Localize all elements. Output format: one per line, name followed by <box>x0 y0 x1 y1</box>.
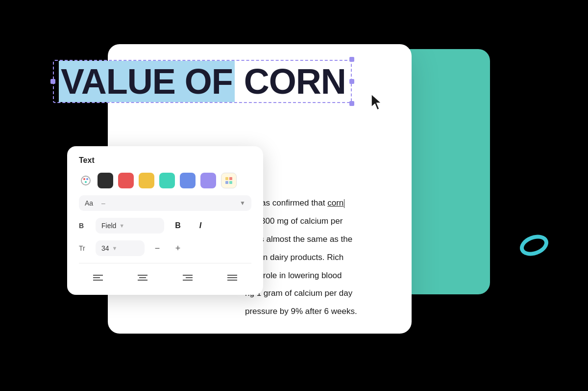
font-label: Aa <box>85 199 97 207</box>
scene: ng has confirmed that corn arly 300 mg o… <box>0 0 588 391</box>
doc-line-5: ay a role in lowering blood <box>245 269 397 283</box>
title-highlighted-text: VALUE OF <box>59 61 235 102</box>
bold-button[interactable]: B <box>169 217 187 235</box>
color-swatch-yellow[interactable] <box>139 173 154 188</box>
size-plus-button[interactable]: + <box>170 240 186 256</box>
resize-handle-top-right[interactable] <box>349 57 354 62</box>
palette-icon <box>79 174 93 187</box>
svg-point-2 <box>83 178 85 180</box>
size-select[interactable]: 34 ▼ <box>96 240 145 256</box>
title-area: VALUE OF CORN <box>59 64 346 99</box>
svg-rect-7 <box>225 181 228 184</box>
font-chevron-icon[interactable]: ▼ <box>240 200 245 207</box>
doc-link-corn[interactable]: corn <box>327 198 343 208</box>
align-row <box>79 268 251 286</box>
size-chevron-icon: ▼ <box>112 245 118 251</box>
align-center-button[interactable] <box>124 270 162 286</box>
color-swatch-more[interactable] <box>221 173 237 188</box>
doc-line-3: ich is almost the same as the <box>245 233 397 247</box>
size-value: 34 <box>101 244 109 252</box>
decorative-ring <box>517 231 551 260</box>
style-row: B Field ▼ B I <box>79 217 251 235</box>
align-right-button[interactable] <box>169 270 207 286</box>
svg-marker-0 <box>371 94 381 110</box>
cursor-arrow <box>370 93 385 113</box>
align-justify-button[interactable] <box>214 270 252 286</box>
field-select[interactable]: Field ▼ <box>96 218 164 234</box>
italic-button[interactable]: I <box>192 217 209 235</box>
color-swatch-teal[interactable] <box>159 173 175 188</box>
bold-label: B <box>79 222 91 230</box>
size-minus-button[interactable]: − <box>149 240 165 256</box>
text-panel: Text <box>67 146 263 295</box>
svg-rect-6 <box>229 177 232 180</box>
selection-box[interactable]: VALUE OF CORN <box>59 64 346 99</box>
doc-line-2: arly 300 mg of calcium per <box>245 214 397 229</box>
size-label: Tr <box>79 244 91 252</box>
color-row <box>79 173 251 188</box>
resize-handle-bottom-right[interactable] <box>349 101 354 106</box>
font-row: Aa – ▼ <box>79 195 251 211</box>
color-swatch-blue[interactable] <box>180 173 196 188</box>
field-chevron-icon: ▼ <box>119 223 124 229</box>
align-left-button[interactable] <box>79 270 117 286</box>
svg-rect-5 <box>225 177 228 180</box>
field-select-value: Field <box>101 222 116 230</box>
resize-handle-left[interactable] <box>50 79 55 84</box>
color-swatch-dark[interactable] <box>98 173 113 188</box>
svg-point-4 <box>85 181 87 183</box>
title-normal-text: CORN <box>235 62 346 101</box>
doc-line-4: ned in dairy products. Rich <box>245 251 397 265</box>
size-row: Tr 34 ▼ − + <box>79 240 251 256</box>
svg-rect-8 <box>229 181 232 184</box>
main-title: VALUE OF CORN <box>59 64 346 99</box>
doc-line-6: ng 1 gram of calcium per day <box>245 287 397 301</box>
svg-point-1 <box>81 176 90 185</box>
panel-title: Text <box>79 156 251 165</box>
color-swatch-red[interactable] <box>118 173 134 188</box>
resize-handle-right[interactable] <box>349 79 354 84</box>
color-swatch-purple[interactable] <box>200 173 216 188</box>
divider <box>79 263 251 263</box>
doc-line-7: pressure by 9% after 6 weeks. <box>245 305 397 319</box>
svg-point-3 <box>86 178 88 180</box>
font-value: – <box>101 199 235 207</box>
